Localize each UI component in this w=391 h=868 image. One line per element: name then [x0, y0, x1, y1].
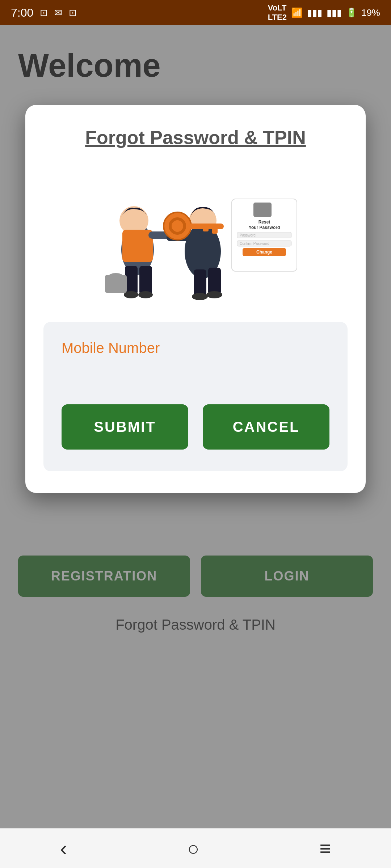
modal-buttons: SUBMIT CANCEL — [62, 404, 329, 450]
signal1-icon: ▮▮▮ — [307, 7, 322, 18]
svg-text:Password: Password — [240, 233, 256, 237]
volte-icon: VoLTLTE2 — [268, 3, 287, 22]
svg-rect-12 — [208, 268, 221, 295]
svg-point-7 — [138, 291, 153, 298]
status-time: 7:00 — [11, 6, 33, 20]
battery-icon: 🔋 — [346, 8, 357, 18]
signal2-icon: ▮▮▮ — [327, 7, 342, 18]
input-card: Mobile Number SUBMIT CANCEL — [43, 322, 348, 471]
svg-text:Confirm Password: Confirm Password — [240, 242, 269, 246]
battery-percent: 19% — [361, 7, 380, 18]
modal-overlay: Forgot Password & TPIN — [0, 25, 391, 868]
sim2-icon: ⊡ — [69, 7, 77, 18]
home-button[interactable]: ○ — [173, 833, 214, 864]
svg-rect-5 — [139, 266, 152, 295]
svg-rect-19 — [203, 224, 209, 231]
mobile-number-input[interactable] — [62, 363, 329, 386]
svg-rect-2 — [122, 230, 153, 262]
mail-icon: ✉ — [54, 7, 62, 18]
cancel-button[interactable]: CANCEL — [203, 404, 329, 450]
background-page: Welcome Forgot Password & TPIN — [0, 25, 391, 868]
reset-illustration: Reset Your Password Password Confirm Pas… — [43, 166, 348, 304]
wifi-icon: 📶 — [291, 7, 303, 18]
svg-text:Your Password: Your Password — [249, 225, 280, 230]
svg-point-13 — [192, 293, 208, 300]
svg-rect-11 — [194, 269, 206, 297]
back-button[interactable]: ‹ — [46, 832, 82, 864]
bottom-navigation: ‹ ○ ≡ — [0, 828, 391, 868]
sim-icon: ⊡ — [40, 7, 48, 18]
modal-title: Forgot Password & TPIN — [43, 127, 348, 148]
submit-button[interactable]: SUBMIT — [62, 404, 188, 450]
svg-text:Change: Change — [256, 250, 272, 255]
mobile-number-label: Mobile Number — [62, 340, 329, 356]
svg-rect-18 — [212, 224, 218, 234]
svg-point-14 — [206, 291, 222, 298]
svg-text:Reset: Reset — [258, 220, 270, 225]
status-bar: 7:00 ⊡ ✉ ⊡ VoLTLTE2 📶 ▮▮▮ ▮▮▮ 🔋 19% — [0, 0, 391, 25]
svg-rect-4 — [125, 266, 138, 295]
forgot-password-modal: Forgot Password & TPIN — [25, 105, 366, 493]
menu-button[interactable]: ≡ — [305, 833, 345, 864]
svg-point-16 — [170, 219, 185, 233]
